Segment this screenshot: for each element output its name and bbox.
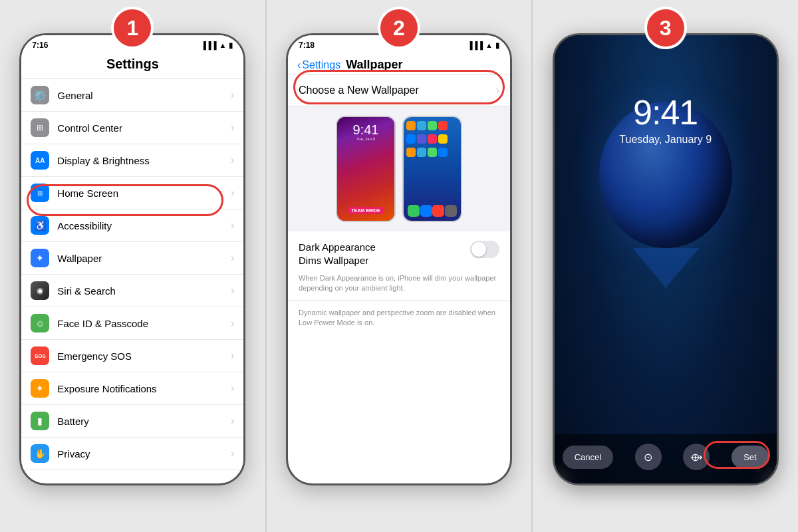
dim-desc: Dynamic wallpaper and perspective zoom a… [288,301,510,335]
signal-icon: ▐▐▐ [201,41,216,49]
panel-2-wallpaper: 2 7:18 ▐▐▐ ▲ ▮ ‹ Settings Wallpaper [267,0,532,532]
settings-label-homescreen: Home Screen [57,188,231,199]
signal-icon-2: ▐▐▐ [467,41,483,49]
back-button[interactable]: ‹ Settings [297,59,340,71]
settings-label-wallpaper: Wallpaper [57,253,231,264]
settings-item-control[interactable]: ⊞ Control Center › [21,112,243,144]
settings-label-control: Control Center [57,122,231,134]
chevron-homescreen: › [231,187,234,199]
settings-item-privacy[interactable]: ✋ Privacy › [21,438,243,470]
step-badge-2: 2 [378,7,420,49]
faceid-icon: ☺ [31,314,49,332]
wallpaper-page-title: Wallpaper [346,58,402,72]
display-icon: AA [31,151,49,170]
settings-item-display[interactable]: AA Display & Brightness › [21,144,243,177]
chevron-sos: › [231,350,234,362]
settings-item-exposure[interactable]: ✦ Exposure Notifications › [21,372,243,405]
set-button[interactable]: Set [732,446,769,469]
control-icon: ⊞ [31,118,49,137]
status-time-2: 7:18 [299,41,315,50]
settings-label-battery: Battery [57,416,231,427]
lock-time-container: 9:41 Tuesday, January 9 [555,35,777,146]
settings-label-general: General [57,90,231,101]
settings-item-accessibility[interactable]: ♿ Accessibility › [21,209,243,242]
settings-label-accessibility: Accessibility [57,220,231,231]
toggle-knob [471,242,486,257]
screen-2: 7:18 ▐▐▐ ▲ ▮ ‹ Settings Wallpaper Choose… [288,35,510,335]
accessibility-icon: ♿ [31,216,49,235]
zoom-icon: ⊙ [644,451,652,464]
settings-label-privacy: Privacy [57,448,231,460]
settings-list: ⚙️ General › ⊞ Control Center › AA Displ… [21,79,243,470]
panel-1-settings: 1 7:16 ▐▐▐ ▲ ▮ Settings ⚙️ General › [0,0,265,532]
dark-appearance-row: Dark Appearance Dims Wallpaper [288,231,510,271]
battery-settings-icon: ▮ [31,412,49,430]
lock-screen: 9:41 Tuesday, January 9 Cancel ⊙ ⟴ Set [555,35,777,483]
dark-appearance-label: Dark Appearance Dims Wallpaper [299,241,376,267]
battery-icon: ▮ [229,41,233,50]
perspective-icon-btn[interactable]: ⟴ [683,444,710,470]
step-badge-3: 3 [644,7,687,49]
lock-date: Tuesday, January 9 [555,134,777,146]
settings-label-faceid: Face ID & Passcode [57,318,231,329]
orb-triangle [632,248,699,288]
home-screen-mini [404,117,461,221]
settings-item-faceid[interactable]: ☺ Face ID & Passcode › [21,307,243,340]
homescreen-icon: ⊞ [31,184,49,202]
choose-chevron-icon: › [496,84,499,96]
chevron-exposure: › [231,382,234,394]
exposure-icon: ✦ [31,379,49,398]
panel-3-lockscreen: 3 9:41 Tuesday, January 9 Cancel ⊙ [533,0,798,532]
lock-screen-preview[interactable]: 9:41 Tue, Jan 9 TEAM BRIDE [336,116,396,222]
back-chevron-icon: ‹ [297,59,301,71]
settings-item-wallpaper[interactable]: ✦ Wallpaper › [21,242,243,275]
wifi-icon-2: ▲ [485,41,493,49]
perspective-icon: ⟴ [690,451,703,464]
phone-frame-3: 9:41 Tuesday, January 9 Cancel ⊙ ⟴ Set [553,33,779,485]
dark-appearance-toggle[interactable] [470,241,499,258]
chevron-faceid: › [231,317,234,329]
chevron-wallpaper: › [231,252,234,264]
home-screen-preview[interactable] [402,116,462,222]
settings-label-display: Display & Brightness [57,155,231,166]
status-time-1: 7:16 [32,41,48,50]
settings-item-battery[interactable]: ▮ Battery › [21,405,243,438]
chevron-privacy: › [231,448,234,460]
phone-frame-2: 7:18 ▐▐▐ ▲ ▮ ‹ Settings Wallpaper Choose… [286,33,512,485]
choose-wallpaper-label: Choose a New Wallpaper [299,84,419,96]
status-icons-1: ▐▐▐ ▲ ▮ [201,41,233,50]
perspective-zoom-button[interactable]: ⊙ [635,444,662,470]
screen-1: 7:16 ▐▐▐ ▲ ▮ Settings ⚙️ General › ⊞ Co [21,35,243,470]
settings-label-exposure: Exposure Notifications [57,383,231,394]
team-bride-badge: TEAM BRIDE [348,207,384,214]
wifi-icon: ▲ [219,41,226,49]
chevron-accessibility: › [231,219,234,231]
settings-item-homescreen[interactable]: ⊞ Home Screen › [21,177,243,209]
siri-icon: ◉ [31,281,49,300]
settings-label-sos: Emergency SOS [57,350,231,362]
couple-bg: 9:41 Tue, Jan 9 TEAM BRIDE [337,117,394,221]
settings-title: Settings [21,53,243,79]
privacy-icon: ✋ [31,444,49,463]
chevron-control: › [231,122,234,134]
settings-item-general[interactable]: ⚙️ General › [21,79,243,112]
wallpaper-icon: ✦ [31,249,49,267]
chevron-general: › [231,89,234,101]
lock-time: 9:41 [555,95,777,130]
chevron-siri: › [231,285,234,297]
settings-item-siri[interactable]: ◉ Siri & Search › [21,275,243,307]
chevron-display: › [231,154,234,166]
lock-bottom-bar: Cancel ⊙ ⟴ Set [555,434,777,483]
cancel-button[interactable]: Cancel [563,446,613,469]
chevron-battery: › [231,415,234,427]
dark-appearance-desc: When Dark Appearance is on, iPhone will … [288,271,510,301]
settings-label-siri: Siri & Search [57,285,231,297]
back-label: Settings [302,59,340,71]
battery-icon-2: ▮ [495,41,499,50]
settings-item-sos[interactable]: SOS Emergency SOS › [21,340,243,372]
wallpaper-previews: 9:41 Tue, Jan 9 TEAM BRIDE [288,106,510,231]
general-icon: ⚙️ [31,86,49,104]
sos-icon: SOS [31,346,49,365]
wallpaper-nav: ‹ Settings Wallpaper [288,53,510,75]
choose-wallpaper-row[interactable]: Choose a New Wallpaper › [288,75,510,106]
